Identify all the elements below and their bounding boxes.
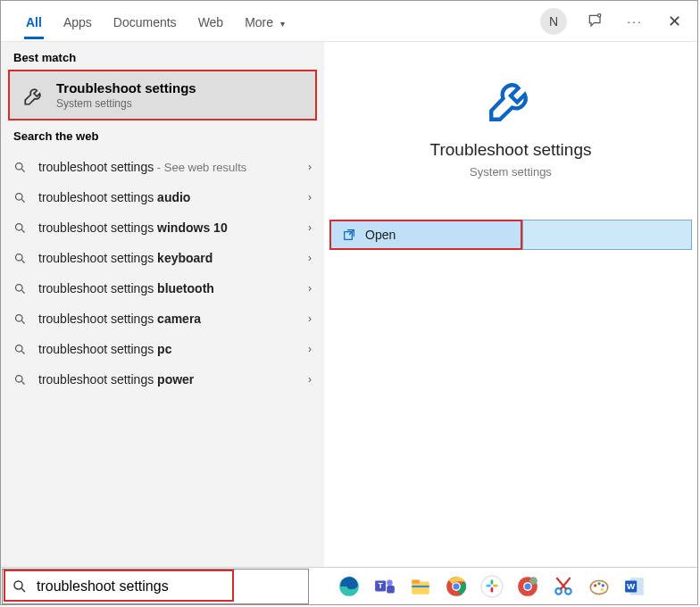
web-result-text: troubleshoot settings camera xyxy=(38,312,297,326)
chevron-down-icon: ▾ xyxy=(280,19,285,29)
taskbar-word-icon[interactable]: W xyxy=(620,571,650,602)
svg-text:W: W xyxy=(627,581,636,591)
open-in-new-icon xyxy=(342,228,356,242)
tab-web[interactable]: Web xyxy=(188,4,235,38)
tab-all[interactable]: All xyxy=(15,4,53,38)
svg-point-34 xyxy=(594,584,596,586)
svg-point-5 xyxy=(16,284,23,291)
web-result-item[interactable]: troubleshoot settings power › xyxy=(1,364,324,395)
svg-point-6 xyxy=(16,314,23,321)
search-icon xyxy=(13,343,28,356)
search-box[interactable] xyxy=(2,569,309,604)
taskbar-slack-icon[interactable] xyxy=(477,571,507,602)
preview-subtitle: System settings xyxy=(470,165,552,179)
svg-rect-26 xyxy=(491,587,494,592)
close-icon[interactable]: ✕ xyxy=(663,11,685,32)
svg-rect-17 xyxy=(412,579,420,583)
open-button[interactable]: Open xyxy=(329,220,522,250)
section-search-web: Search the web xyxy=(1,121,324,148)
tab-documents[interactable]: Documents xyxy=(103,4,188,38)
preview-title: Troubleshoot settings xyxy=(430,140,592,160)
web-result-text: troubleshoot settings windows 10 xyxy=(38,220,297,235)
web-result-item[interactable]: troubleshoot settings bluetooth › xyxy=(1,273,324,304)
chevron-right-icon: › xyxy=(308,343,312,355)
search-icon xyxy=(13,161,28,174)
web-result-item[interactable]: troubleshoot settings audio › xyxy=(1,182,324,212)
chevron-right-icon: › xyxy=(308,312,312,325)
wrench-icon xyxy=(22,84,46,107)
web-result-text: troubleshoot settings - See web results xyxy=(38,160,297,174)
svg-rect-14 xyxy=(387,585,395,593)
web-result-text: troubleshoot settings bluetooth xyxy=(38,281,297,295)
taskbar-teams-icon[interactable]: T xyxy=(370,571,400,602)
more-options-icon[interactable]: ··· xyxy=(624,11,646,32)
open-label: Open xyxy=(365,228,396,242)
svg-point-29 xyxy=(524,583,530,589)
web-result-item[interactable]: troubleshoot settings windows 10 › xyxy=(1,212,324,243)
best-match-subtitle: System settings xyxy=(56,97,196,110)
web-result-item[interactable]: troubleshoot settings pc › xyxy=(1,334,324,364)
search-icon xyxy=(13,221,28,235)
search-input[interactable] xyxy=(37,578,299,595)
svg-rect-18 xyxy=(412,585,429,586)
best-match-result[interactable]: Troubleshoot settings System settings xyxy=(8,70,317,121)
best-match-title: Troubleshoot settings xyxy=(56,80,196,96)
tab-more[interactable]: More ▾ xyxy=(234,4,296,38)
svg-point-0 xyxy=(598,13,601,16)
chevron-right-icon: › xyxy=(308,221,312,234)
web-results-list: troubleshoot settings - See web results … xyxy=(1,148,324,395)
svg-point-1 xyxy=(16,162,23,170)
svg-point-4 xyxy=(16,254,23,261)
svg-point-13 xyxy=(387,579,393,586)
web-result-item[interactable]: troubleshoot settings camera › xyxy=(1,304,324,334)
wrench-icon xyxy=(485,74,537,126)
svg-point-8 xyxy=(16,375,23,382)
svg-rect-25 xyxy=(491,579,494,584)
svg-point-36 xyxy=(602,584,604,586)
web-result-text: troubleshoot settings keyboard xyxy=(38,251,297,265)
chevron-right-icon: › xyxy=(308,252,312,264)
web-result-text: troubleshoot settings audio xyxy=(38,190,297,204)
search-icon xyxy=(13,191,28,204)
svg-point-3 xyxy=(16,223,23,230)
web-result-text: troubleshoot settings pc xyxy=(38,342,297,356)
web-result-text: troubleshoot settings power xyxy=(38,372,297,387)
chevron-right-icon: › xyxy=(308,282,312,295)
open-dropdown-area[interactable] xyxy=(522,220,692,250)
svg-point-10 xyxy=(14,581,22,589)
search-icon xyxy=(13,252,28,265)
tab-more-label: More xyxy=(245,15,273,29)
taskbar-paint-icon[interactable] xyxy=(584,571,614,602)
svg-point-22 xyxy=(481,576,503,597)
svg-point-35 xyxy=(597,582,600,585)
results-panel: Best match Troubleshoot settings System … xyxy=(1,42,324,567)
preview-panel: Troubleshoot settings System settings Op… xyxy=(324,42,697,567)
svg-text:T: T xyxy=(378,581,383,590)
chevron-right-icon: › xyxy=(308,161,312,173)
taskbar-explorer-icon[interactable] xyxy=(405,571,436,602)
chevron-right-icon: › xyxy=(308,191,312,204)
search-icon xyxy=(12,578,28,595)
svg-rect-23 xyxy=(487,584,491,586)
feedback-icon[interactable] xyxy=(585,11,606,32)
search-icon xyxy=(13,282,28,295)
taskbar-chrome-canary-icon[interactable] xyxy=(512,571,543,602)
taskbar-chrome-icon[interactable] xyxy=(441,571,471,602)
svg-point-21 xyxy=(453,583,459,589)
avatar[interactable]: N xyxy=(540,8,567,35)
section-best-match: Best match xyxy=(1,42,324,70)
taskbar-edge-icon[interactable] xyxy=(334,571,364,602)
svg-point-30 xyxy=(529,577,538,585)
svg-point-2 xyxy=(16,193,23,200)
svg-rect-24 xyxy=(493,584,497,586)
search-tabs: All Apps Documents Web More ▾ N ··· ✕ xyxy=(1,1,697,42)
svg-point-37 xyxy=(601,587,604,590)
tab-apps[interactable]: Apps xyxy=(53,4,103,38)
taskbar-icons: TW xyxy=(334,571,650,602)
search-icon xyxy=(13,312,28,326)
taskbar: TW xyxy=(1,567,697,604)
taskbar-snip-icon[interactable] xyxy=(548,571,579,602)
web-result-item[interactable]: troubleshoot settings - See web results … xyxy=(1,152,324,182)
web-result-item[interactable]: troubleshoot settings keyboard › xyxy=(1,243,324,273)
search-icon xyxy=(13,373,28,387)
